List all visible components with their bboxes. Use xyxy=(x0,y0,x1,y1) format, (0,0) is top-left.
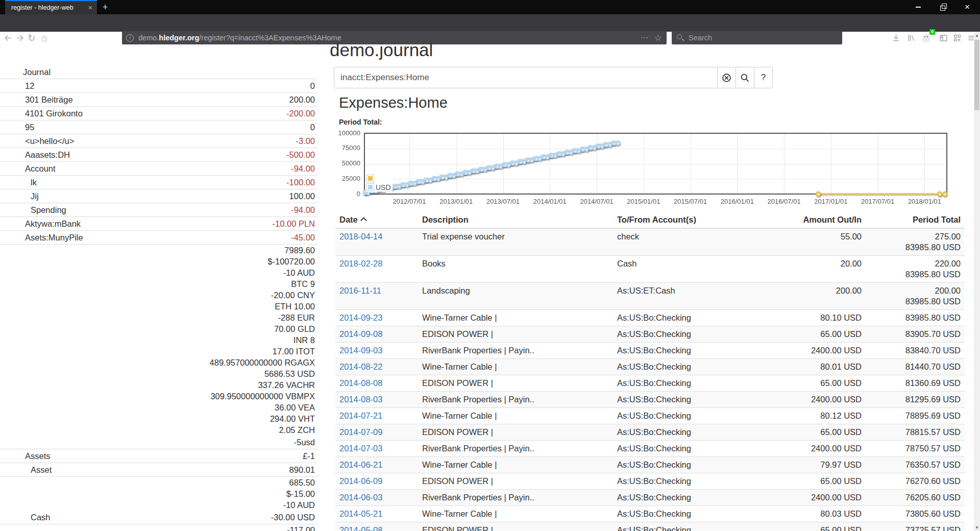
sidebar-row: 5686.53 USD xyxy=(0,368,317,379)
transaction-date-link[interactable]: 2014-06-21 xyxy=(339,460,382,469)
account-link[interactable]: Assets xyxy=(0,450,51,462)
sidebars-button[interactable] xyxy=(937,31,950,44)
account-link[interactable]: Cash xyxy=(0,512,51,523)
restore-button[interactable] xyxy=(931,0,954,14)
ghostery-button[interactable]: 0 xyxy=(920,31,933,44)
transaction-date-link[interactable]: 2016-11-11 xyxy=(339,286,381,295)
transaction-date-link[interactable]: 2014-05-08 xyxy=(339,525,382,531)
table-row: 2014-05-21Wine-Tarner Cable |As:US:Bo:Ch… xyxy=(335,506,965,522)
account-spacer xyxy=(0,368,25,379)
sidebar-row: Cash-30.00 USD xyxy=(0,511,317,524)
table-row: 2014-09-23Wine-Tarner Cable |As:US:Bo:Ch… xyxy=(335,310,965,326)
transaction-date-link[interactable]: 2014-08-22 xyxy=(339,362,382,371)
scrollbar-thumb[interactable] xyxy=(974,40,979,110)
page-actions-icon[interactable]: ⋯ xyxy=(638,33,651,42)
transaction-date-link[interactable]: 2014-09-03 xyxy=(339,346,382,355)
search-button[interactable] xyxy=(736,67,754,88)
sidebar-row: 7989.60 xyxy=(0,245,317,256)
table-row: 2014-06-09EDISON POWER |As:US:Bo:Checkin… xyxy=(335,473,965,490)
account-link[interactable]: Asets:MunyPile xyxy=(0,232,83,243)
table-row: 2014-09-08EDISON POWER |As:US:Bo:Checkin… xyxy=(335,326,965,343)
table-row: 2014-07-09EDISON POWER |As:US:Bo:Checkin… xyxy=(335,424,965,441)
account-spacer xyxy=(0,289,25,301)
transaction-date-link[interactable]: 2014-07-03 xyxy=(339,444,382,453)
scroll-up-icon[interactable]: ▲ xyxy=(974,32,980,39)
sidebar-row: 294.00 VHT xyxy=(0,413,317,424)
back-button[interactable] xyxy=(1,31,14,44)
account-balance: 489.957000000000 RGAGX xyxy=(210,357,317,368)
account-spacer xyxy=(0,334,25,346)
transaction-amount: 79.97 USD xyxy=(760,457,866,473)
sort-caret-up-icon xyxy=(360,217,367,224)
period-total: 83905.70 USD xyxy=(866,326,965,343)
transaction-date-link[interactable]: 2014-08-08 xyxy=(339,378,382,388)
account-link[interactable]: Asset xyxy=(0,464,52,475)
transaction-amount: 80.10 USD xyxy=(760,310,866,326)
column-header-date[interactable]: Date xyxy=(335,212,418,228)
help-button[interactable]: ? xyxy=(754,67,773,88)
account-link[interactable]: Spending xyxy=(0,204,66,215)
page-title: demo.journal xyxy=(330,40,433,60)
account-balance: -288 EUR xyxy=(278,312,317,323)
account-link[interactable]: 301 Beiträge xyxy=(0,94,73,105)
tab-close-icon[interactable]: × xyxy=(84,4,97,12)
search-icon xyxy=(676,34,684,42)
downloads-button[interactable] xyxy=(889,31,902,44)
period-total-chart xyxy=(337,128,962,209)
transaction-date-link[interactable]: 2014-06-03 xyxy=(339,493,382,502)
account-link[interactable]: lk xyxy=(0,177,37,188)
register-table: Date Description To/From Account(s) Amou… xyxy=(335,212,965,531)
account-balance: $-15.00 xyxy=(286,488,317,499)
account-spacer xyxy=(0,477,25,488)
transaction-date-link[interactable]: 2014-05-21 xyxy=(339,509,382,518)
transaction-date-link[interactable]: 2014-09-08 xyxy=(339,329,382,339)
tab-title: register - hledger-web xyxy=(5,4,84,11)
restore-icon xyxy=(940,6,945,11)
account-link[interactable]: 12 xyxy=(0,80,34,91)
account-link[interactable]: Aaasets:DH xyxy=(0,149,70,160)
account-link[interactable]: 95 xyxy=(0,122,34,133)
reload-button[interactable]: ↻ xyxy=(25,31,38,44)
legend-entry: USD xyxy=(367,183,391,191)
account-balance: -100.00 xyxy=(286,177,317,188)
account-link[interactable]: Jij xyxy=(0,190,39,202)
account-link[interactable]: <u>hello</u> xyxy=(0,135,74,147)
transaction-date-link[interactable]: 2014-09-23 xyxy=(339,313,382,322)
sidebar-row: Aaasets:DH-500.00 xyxy=(0,148,317,162)
account-balance: $-100720.00 xyxy=(267,256,317,267)
home-button[interactable]: ⌂ xyxy=(38,31,51,44)
period-total: 200.0083985.80 USD xyxy=(866,283,965,310)
period-total: 81295.69 USD xyxy=(866,392,965,408)
sidebar-row: 685.50 xyxy=(0,477,317,488)
account-link[interactable]: Journal xyxy=(0,66,51,78)
account-balance: -500.00 xyxy=(286,149,317,160)
transaction-amount: 80.01 USD xyxy=(760,359,866,375)
magnifier-icon xyxy=(740,73,750,83)
transaction-date-link[interactable]: 2014-06-09 xyxy=(339,476,382,486)
transaction-date-link[interactable]: 2018-02-28 xyxy=(339,259,382,268)
minimize-button[interactable] xyxy=(906,0,930,14)
transaction-date-link[interactable]: 2014-07-21 xyxy=(339,411,382,420)
account-link[interactable]: Account xyxy=(0,163,56,174)
transaction-description: Wine-Tarner Cable | xyxy=(418,359,613,375)
close-button[interactable]: × xyxy=(955,0,979,14)
new-tab-button[interactable]: + xyxy=(98,0,112,14)
extensions-button[interactable] xyxy=(950,31,964,44)
transaction-amount: 80.03 USD xyxy=(760,506,866,522)
clear-query-button[interactable] xyxy=(717,67,736,88)
bookmark-star-icon[interactable]: ☆ xyxy=(651,33,667,43)
browser-tab[interactable]: register - hledger-web × xyxy=(5,0,97,14)
account-link[interactable]: 4101 Girokonto xyxy=(0,108,83,119)
download-icon xyxy=(892,34,900,42)
query-input[interactable] xyxy=(334,67,718,88)
page-info-icon[interactable]: i xyxy=(126,34,134,42)
sidebar-row: 17.00 ITOT xyxy=(0,346,317,357)
transaction-date-link[interactable]: 2014-07-09 xyxy=(339,427,382,437)
transaction-date-link[interactable]: 2014-08-03 xyxy=(339,395,382,404)
scroll-down-icon[interactable]: ▼ xyxy=(974,524,980,531)
library-icon xyxy=(907,34,916,42)
library-button[interactable] xyxy=(904,31,918,44)
account-link[interactable]: Aktywa:mBank xyxy=(0,218,81,229)
transaction-date-link[interactable]: 2018-04-14 xyxy=(339,232,382,241)
browser-search-field[interactable]: Search xyxy=(672,31,842,44)
